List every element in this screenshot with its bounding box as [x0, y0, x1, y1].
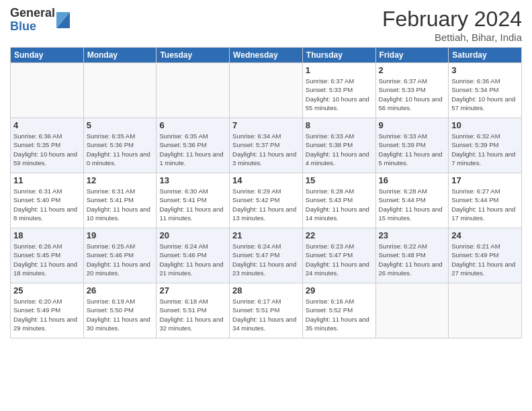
table-row: 4Sunrise: 6:36 AMSunset: 5:35 PMDaylight…: [11, 118, 84, 173]
logo-general-text: General: [10, 7, 55, 20]
table-row: 28Sunrise: 6:17 AMSunset: 5:51 PMDayligh…: [230, 283, 303, 338]
col-saturday: Saturday: [449, 48, 522, 63]
day-info: Sunrise: 6:31 AMSunset: 5:40 PMDaylight:…: [13, 187, 81, 222]
table-row: 18Sunrise: 6:26 AMSunset: 5:45 PMDayligh…: [11, 228, 84, 283]
day-number: 26: [87, 285, 154, 295]
table-row: 17Sunrise: 6:27 AMSunset: 5:44 PMDayligh…: [449, 173, 522, 228]
table-row: 13Sunrise: 6:30 AMSunset: 5:41 PMDayligh…: [157, 173, 230, 228]
day-info: Sunrise: 6:19 AMSunset: 5:50 PMDaylight:…: [87, 297, 154, 332]
day-number: 20: [159, 230, 226, 240]
day-number: 3: [451, 65, 519, 75]
col-tuesday: Tuesday: [157, 48, 230, 63]
day-info: Sunrise: 6:35 AMSunset: 5:36 PMDaylight:…: [159, 132, 226, 167]
day-info: Sunrise: 6:23 AMSunset: 5:47 PMDaylight:…: [306, 242, 373, 277]
col-sunday: Sunday: [11, 48, 84, 63]
day-number: 4: [13, 120, 81, 130]
day-number: 24: [451, 230, 519, 240]
col-wednesday: Wednesday: [230, 48, 303, 63]
table-row: 15Sunrise: 6:28 AMSunset: 5:43 PMDayligh…: [302, 173, 375, 228]
table-row: 5Sunrise: 6:35 AMSunset: 5:36 PMDaylight…: [83, 118, 157, 173]
col-monday: Monday: [83, 48, 157, 63]
day-info: Sunrise: 6:24 AMSunset: 5:47 PMDaylight:…: [232, 242, 300, 277]
table-row: 3Sunrise: 6:36 AMSunset: 5:34 PMDaylight…: [449, 63, 522, 118]
table-row: 1Sunrise: 6:37 AMSunset: 5:33 PMDaylight…: [302, 63, 375, 118]
day-info: Sunrise: 6:28 AMSunset: 5:43 PMDaylight:…: [306, 187, 373, 222]
page-header: General Blue February 2024 Bettiah, Biha…: [10, 7, 522, 43]
day-number: 2: [379, 65, 446, 75]
day-number: 14: [232, 175, 300, 185]
table-row: 20Sunrise: 6:24 AMSunset: 5:46 PMDayligh…: [157, 228, 230, 283]
day-number: 18: [13, 230, 81, 240]
day-info: Sunrise: 6:16 AMSunset: 5:52 PMDaylight:…: [306, 297, 373, 332]
day-number: 6: [159, 120, 226, 130]
table-row: [157, 63, 230, 118]
day-number: 27: [159, 285, 226, 295]
table-row: 6Sunrise: 6:35 AMSunset: 5:36 PMDaylight…: [157, 118, 230, 173]
title-section: February 2024 Bettiah, Bihar, India: [382, 7, 522, 43]
day-number: 12: [87, 175, 154, 185]
day-number: 25: [13, 285, 81, 295]
day-info: Sunrise: 6:28 AMSunset: 5:44 PMDaylight:…: [379, 187, 446, 222]
calendar-week-row: 25Sunrise: 6:20 AMSunset: 5:49 PMDayligh…: [11, 283, 522, 338]
day-number: 15: [306, 175, 373, 185]
day-number: 1: [306, 65, 373, 75]
table-row: 7Sunrise: 6:34 AMSunset: 5:37 PMDaylight…: [230, 118, 303, 173]
table-row: 29Sunrise: 6:16 AMSunset: 5:52 PMDayligh…: [302, 283, 375, 338]
day-info: Sunrise: 6:29 AMSunset: 5:42 PMDaylight:…: [232, 187, 300, 222]
table-row: [83, 63, 157, 118]
table-row: 24Sunrise: 6:21 AMSunset: 5:49 PMDayligh…: [449, 228, 522, 283]
day-number: 21: [232, 230, 300, 240]
day-info: Sunrise: 6:35 AMSunset: 5:36 PMDaylight:…: [87, 132, 154, 167]
day-info: Sunrise: 6:37 AMSunset: 5:33 PMDaylight:…: [306, 77, 373, 112]
day-info: Sunrise: 6:22 AMSunset: 5:48 PMDaylight:…: [379, 242, 446, 277]
logo-blue-text: Blue: [10, 20, 55, 34]
location: Bettiah, Bihar, India: [382, 32, 522, 43]
table-row: 8Sunrise: 6:33 AMSunset: 5:38 PMDaylight…: [302, 118, 375, 173]
col-friday: Friday: [375, 48, 449, 63]
day-number: 28: [232, 285, 300, 295]
day-number: 29: [306, 285, 373, 295]
day-number: 9: [379, 120, 446, 130]
day-info: Sunrise: 6:34 AMSunset: 5:37 PMDaylight:…: [232, 132, 300, 167]
day-info: Sunrise: 6:24 AMSunset: 5:46 PMDaylight:…: [159, 242, 226, 277]
day-info: Sunrise: 6:33 AMSunset: 5:39 PMDaylight:…: [379, 132, 446, 167]
table-row: 14Sunrise: 6:29 AMSunset: 5:42 PMDayligh…: [230, 173, 303, 228]
table-row: 19Sunrise: 6:25 AMSunset: 5:46 PMDayligh…: [83, 228, 157, 283]
day-info: Sunrise: 6:32 AMSunset: 5:39 PMDaylight:…: [451, 132, 519, 167]
logo: General Blue: [10, 7, 70, 34]
day-info: Sunrise: 6:31 AMSunset: 5:41 PMDaylight:…: [87, 187, 154, 222]
table-row: 21Sunrise: 6:24 AMSunset: 5:47 PMDayligh…: [230, 228, 303, 283]
day-info: Sunrise: 6:21 AMSunset: 5:49 PMDaylight:…: [451, 242, 519, 277]
day-number: 19: [87, 230, 154, 240]
table-row: 27Sunrise: 6:18 AMSunset: 5:51 PMDayligh…: [157, 283, 230, 338]
day-number: 13: [159, 175, 226, 185]
day-info: Sunrise: 6:36 AMSunset: 5:34 PMDaylight:…: [451, 77, 519, 112]
table-row: 11Sunrise: 6:31 AMSunset: 5:40 PMDayligh…: [11, 173, 84, 228]
table-row: [11, 63, 84, 118]
day-info: Sunrise: 6:18 AMSunset: 5:51 PMDaylight:…: [159, 297, 226, 332]
calendar-header-row: Sunday Monday Tuesday Wednesday Thursday…: [11, 48, 522, 63]
day-number: 8: [306, 120, 373, 130]
day-number: 23: [379, 230, 446, 240]
table-row: 22Sunrise: 6:23 AMSunset: 5:47 PMDayligh…: [302, 228, 375, 283]
day-info: Sunrise: 6:36 AMSunset: 5:35 PMDaylight:…: [13, 132, 81, 167]
day-info: Sunrise: 6:33 AMSunset: 5:38 PMDaylight:…: [306, 132, 373, 167]
table-row: [230, 63, 303, 118]
day-info: Sunrise: 6:26 AMSunset: 5:45 PMDaylight:…: [13, 242, 81, 277]
table-row: 16Sunrise: 6:28 AMSunset: 5:44 PMDayligh…: [375, 173, 449, 228]
day-number: 17: [451, 175, 519, 185]
day-info: Sunrise: 6:17 AMSunset: 5:51 PMDaylight:…: [232, 297, 300, 332]
calendar-week-row: 4Sunrise: 6:36 AMSunset: 5:35 PMDaylight…: [11, 118, 522, 173]
table-row: [449, 283, 522, 338]
day-number: 10: [451, 120, 519, 130]
table-row: 10Sunrise: 6:32 AMSunset: 5:39 PMDayligh…: [449, 118, 522, 173]
day-info: Sunrise: 6:25 AMSunset: 5:46 PMDaylight:…: [87, 242, 154, 277]
month-title: February 2024: [382, 7, 522, 32]
calendar-week-row: 1Sunrise: 6:37 AMSunset: 5:33 PMDaylight…: [11, 63, 522, 118]
table-row: 9Sunrise: 6:33 AMSunset: 5:39 PMDaylight…: [375, 118, 449, 173]
table-row: 25Sunrise: 6:20 AMSunset: 5:49 PMDayligh…: [11, 283, 84, 338]
day-number: 16: [379, 175, 446, 185]
day-number: 7: [232, 120, 300, 130]
calendar-table: Sunday Monday Tuesday Wednesday Thursday…: [10, 47, 522, 338]
day-info: Sunrise: 6:30 AMSunset: 5:41 PMDaylight:…: [159, 187, 226, 222]
